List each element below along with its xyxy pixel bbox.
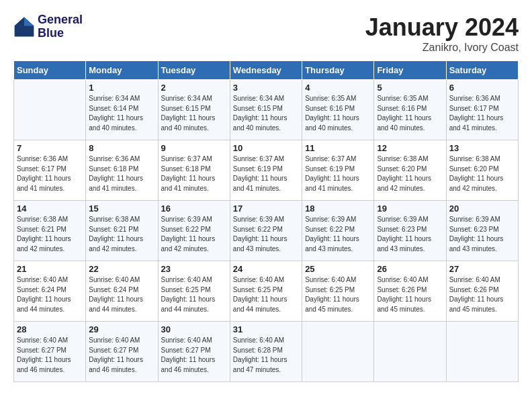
day-number: 1: [89, 83, 154, 93]
calendar-cell: 6Sunrise: 6:36 AM Sunset: 6:17 PM Daylig…: [446, 80, 518, 140]
calendar-cell: 31Sunrise: 6:40 AM Sunset: 6:28 PM Dayli…: [230, 322, 302, 382]
calendar-cell: 2Sunrise: 6:34 AM Sunset: 6:15 PM Daylig…: [158, 80, 230, 140]
day-info: Sunrise: 6:34 AM Sunset: 6:15 PM Dayligh…: [161, 94, 227, 133]
day-number: 3: [233, 83, 299, 93]
day-info: Sunrise: 6:40 AM Sunset: 6:25 PM Dayligh…: [161, 275, 227, 314]
calendar-table: SundayMondayTuesdayWednesdayThursdayFrid…: [13, 60, 519, 382]
calendar-cell: 8Sunrise: 6:36 AM Sunset: 6:18 PM Daylig…: [86, 140, 158, 201]
day-number: 28: [17, 324, 83, 334]
day-info: Sunrise: 6:36 AM Sunset: 6:18 PM Dayligh…: [89, 154, 154, 193]
calendar-cell: 30Sunrise: 6:40 AM Sunset: 6:27 PM Dayli…: [158, 322, 230, 382]
day-info: Sunrise: 6:40 AM Sunset: 6:24 PM Dayligh…: [89, 275, 154, 314]
calendar-cell: 7Sunrise: 6:36 AM Sunset: 6:17 PM Daylig…: [14, 140, 86, 201]
calendar-cell: 14Sunrise: 6:38 AM Sunset: 6:21 PM Dayli…: [14, 201, 86, 261]
svg-marker-2: [15, 17, 24, 26]
calendar-cell: 4Sunrise: 6:35 AM Sunset: 6:16 PM Daylig…: [302, 80, 374, 140]
calendar-cell: 20Sunrise: 6:39 AM Sunset: 6:23 PM Dayli…: [446, 201, 518, 261]
day-number: 14: [17, 203, 83, 214]
day-info: Sunrise: 6:34 AM Sunset: 6:15 PM Dayligh…: [233, 94, 299, 133]
weekday-header-saturday: Saturday: [446, 61, 518, 80]
calendar-cell: 11Sunrise: 6:37 AM Sunset: 6:19 PM Dayli…: [302, 140, 374, 201]
calendar-cell: 3Sunrise: 6:34 AM Sunset: 6:15 PM Daylig…: [230, 80, 302, 140]
day-info: Sunrise: 6:36 AM Sunset: 6:17 PM Dayligh…: [17, 154, 83, 193]
day-number: 9: [161, 143, 227, 153]
day-info: Sunrise: 6:39 AM Sunset: 6:22 PM Dayligh…: [233, 215, 299, 254]
calendar-cell: 23Sunrise: 6:40 AM Sunset: 6:25 PM Dayli…: [158, 261, 230, 322]
day-number: 7: [17, 143, 83, 153]
day-info: Sunrise: 6:34 AM Sunset: 6:14 PM Dayligh…: [89, 94, 154, 133]
day-info: Sunrise: 6:37 AM Sunset: 6:19 PM Dayligh…: [233, 154, 299, 193]
day-info: Sunrise: 6:38 AM Sunset: 6:20 PM Dayligh…: [449, 154, 515, 193]
day-number: 5: [377, 83, 443, 93]
calendar-cell: 22Sunrise: 6:40 AM Sunset: 6:24 PM Dayli…: [86, 261, 158, 322]
weekday-header-monday: Monday: [86, 61, 158, 80]
calendar-cell: 26Sunrise: 6:40 AM Sunset: 6:26 PM Dayli…: [374, 261, 446, 322]
day-info: Sunrise: 6:40 AM Sunset: 6:26 PM Dayligh…: [377, 275, 443, 314]
calendar-cell: 25Sunrise: 6:40 AM Sunset: 6:25 PM Dayli…: [302, 261, 374, 322]
day-info: Sunrise: 6:40 AM Sunset: 6:25 PM Dayligh…: [233, 275, 299, 314]
month-title: January 2024: [365, 13, 519, 42]
day-number: 20: [449, 203, 515, 214]
calendar-cell: 16Sunrise: 6:39 AM Sunset: 6:22 PM Dayli…: [158, 201, 230, 261]
weekday-header-wednesday: Wednesday: [230, 61, 302, 80]
calendar-cell: [374, 322, 446, 382]
day-info: Sunrise: 6:39 AM Sunset: 6:23 PM Dayligh…: [449, 215, 515, 254]
logo-text: General Blue: [38, 13, 83, 40]
calendar-cell: [446, 322, 518, 382]
day-number: 10: [233, 143, 299, 153]
calendar-cell: 24Sunrise: 6:40 AM Sunset: 6:25 PM Dayli…: [230, 261, 302, 322]
calendar-cell: 21Sunrise: 6:40 AM Sunset: 6:24 PM Dayli…: [14, 261, 86, 322]
day-number: 6: [449, 83, 515, 93]
day-number: 24: [233, 264, 299, 274]
day-number: 23: [161, 264, 227, 274]
day-number: 30: [161, 324, 227, 334]
calendar-cell: 13Sunrise: 6:38 AM Sunset: 6:20 PM Dayli…: [446, 140, 518, 201]
day-info: Sunrise: 6:39 AM Sunset: 6:23 PM Dayligh…: [377, 215, 443, 254]
day-number: 15: [89, 203, 154, 214]
calendar-cell: 5Sunrise: 6:35 AM Sunset: 6:16 PM Daylig…: [374, 80, 446, 140]
weekday-header-tuesday: Tuesday: [158, 61, 230, 80]
svg-marker-1: [24, 17, 34, 26]
day-info: Sunrise: 6:38 AM Sunset: 6:20 PM Dayligh…: [377, 154, 443, 193]
day-number: 18: [305, 203, 371, 214]
day-info: Sunrise: 6:40 AM Sunset: 6:27 PM Dayligh…: [89, 336, 154, 375]
weekday-header-friday: Friday: [374, 61, 446, 80]
calendar-cell: 27Sunrise: 6:40 AM Sunset: 6:26 PM Dayli…: [446, 261, 518, 322]
day-info: Sunrise: 6:36 AM Sunset: 6:17 PM Dayligh…: [449, 94, 515, 133]
weekday-header-sunday: Sunday: [14, 61, 86, 80]
day-number: 29: [89, 324, 154, 334]
day-info: Sunrise: 6:40 AM Sunset: 6:28 PM Dayligh…: [233, 336, 299, 375]
day-number: 31: [233, 324, 299, 334]
day-number: 13: [449, 143, 515, 153]
day-info: Sunrise: 6:37 AM Sunset: 6:19 PM Dayligh…: [305, 154, 371, 193]
calendar-cell: 19Sunrise: 6:39 AM Sunset: 6:23 PM Dayli…: [374, 201, 446, 261]
calendar-cell: [302, 322, 374, 382]
day-number: 2: [161, 83, 227, 93]
location-title: Zanikro, Ivory Coast: [365, 42, 519, 54]
day-number: 11: [305, 143, 371, 153]
calendar-cell: 28Sunrise: 6:40 AM Sunset: 6:27 PM Dayli…: [14, 322, 86, 382]
day-info: Sunrise: 6:35 AM Sunset: 6:16 PM Dayligh…: [377, 94, 443, 133]
day-info: Sunrise: 6:40 AM Sunset: 6:27 PM Dayligh…: [161, 336, 227, 375]
calendar-cell: 29Sunrise: 6:40 AM Sunset: 6:27 PM Dayli…: [86, 322, 158, 382]
day-info: Sunrise: 6:35 AM Sunset: 6:16 PM Dayligh…: [305, 94, 371, 133]
day-number: 17: [233, 203, 299, 214]
calendar-cell: 10Sunrise: 6:37 AM Sunset: 6:19 PM Dayli…: [230, 140, 302, 201]
weekday-header-thursday: Thursday: [302, 61, 374, 80]
day-info: Sunrise: 6:39 AM Sunset: 6:22 PM Dayligh…: [161, 215, 227, 254]
day-info: Sunrise: 6:38 AM Sunset: 6:21 PM Dayligh…: [89, 215, 154, 254]
day-number: 27: [449, 264, 515, 274]
day-info: Sunrise: 6:40 AM Sunset: 6:26 PM Dayligh…: [449, 275, 515, 314]
logo-icon: [13, 16, 35, 38]
day-number: 16: [161, 203, 227, 214]
day-info: Sunrise: 6:40 AM Sunset: 6:24 PM Dayligh…: [17, 275, 83, 314]
day-number: 8: [89, 143, 154, 153]
day-number: 4: [305, 83, 371, 93]
calendar-cell: [14, 80, 86, 140]
page-header: General Blue January 2024 Zanikro, Ivory…: [13, 13, 519, 54]
day-number: 19: [377, 203, 443, 214]
day-number: 12: [377, 143, 443, 153]
calendar-cell: 12Sunrise: 6:38 AM Sunset: 6:20 PM Dayli…: [374, 140, 446, 201]
day-info: Sunrise: 6:39 AM Sunset: 6:22 PM Dayligh…: [305, 215, 371, 254]
day-number: 21: [17, 264, 83, 274]
